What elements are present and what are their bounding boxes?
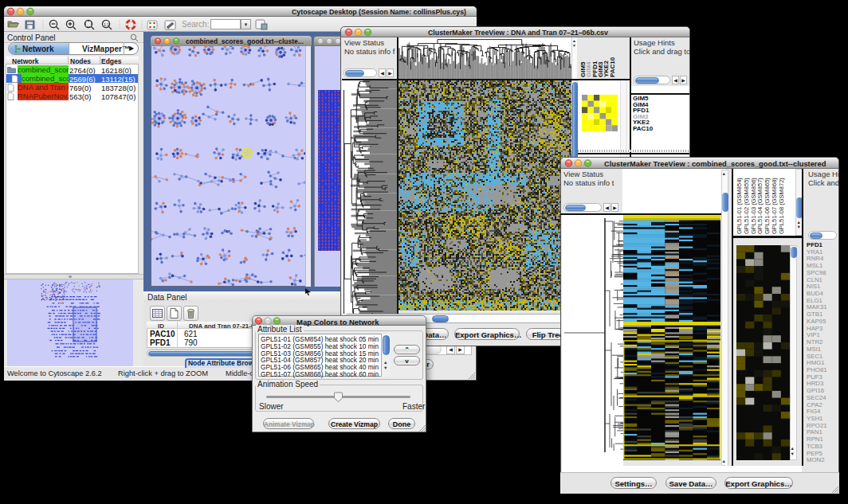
svg-text:1:1: 1:1 <box>104 22 109 27</box>
